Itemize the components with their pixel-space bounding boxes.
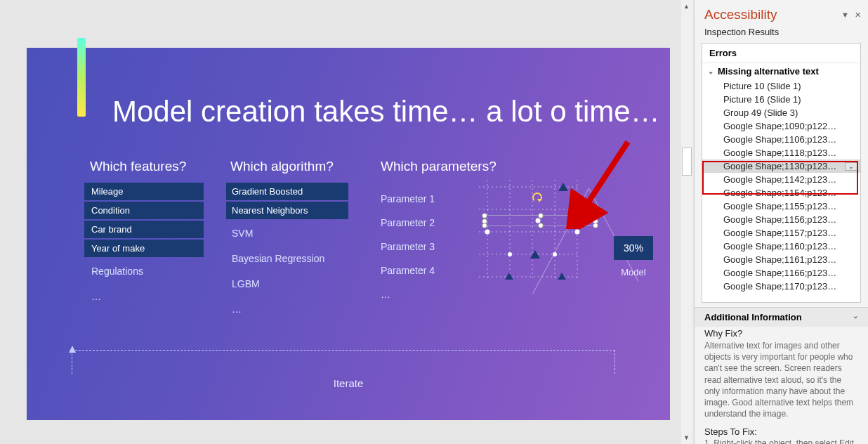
error-item-label: Google Shape;1166;p123…: [723, 268, 836, 278]
why-fix-label: Why Fix?: [695, 327, 868, 340]
scroll-down-icon[interactable]: ▼: [680, 431, 692, 444]
resize-handle[interactable]: [593, 213, 598, 218]
error-item-label: Google Shape;1118;p123…: [723, 148, 836, 158]
svg-marker-12: [504, 273, 514, 280]
algorithm-item[interactable]: Gradient Boosted: [226, 183, 348, 200]
model-percent: 30%: [624, 242, 643, 254]
scroll-thumb[interactable]: [682, 148, 692, 176]
slide-title[interactable]: Model creation takes time… a lot o time…: [112, 95, 660, 129]
error-item[interactable]: Google Shape;1170;p123…: [702, 280, 860, 293]
svg-point-17: [508, 252, 512, 256]
selection-box[interactable]: [484, 215, 596, 226]
error-item-selected[interactable]: Google Shape;1130;p123… ⌄: [702, 159, 860, 173]
algorithm-item[interactable]: Bayesian Regression: [226, 246, 348, 271]
error-item[interactable]: Google Shape;1161;p123…: [702, 253, 860, 266]
iterate-bracket: [72, 350, 615, 374]
feature-item[interactable]: Mileage: [84, 183, 204, 200]
feature-item[interactable]: Condition: [84, 202, 204, 219]
algorithm-item[interactable]: Nearest Neighbors: [226, 202, 348, 219]
error-item[interactable]: Google Shape;1106;p123…: [702, 133, 860, 146]
error-item-label: Group 49 (Slide 3): [723, 107, 798, 118]
chevron-down-icon: ⌄: [708, 67, 718, 75]
error-category-label: Missing alternative text: [718, 66, 819, 77]
error-item-label: Picture 16 (Slide 1): [723, 94, 801, 105]
model-percent-box[interactable]: 30%: [614, 236, 653, 260]
errors-heading: Errors: [702, 44, 860, 63]
scroll-up-icon[interactable]: ▲: [680, 0, 692, 13]
error-item[interactable]: Google Shape;1155;p123…: [702, 200, 860, 213]
svg-line-19: [577, 142, 628, 219]
additional-info-label: Additional Information: [704, 312, 802, 322]
error-item[interactable]: Google Shape;1157;p123…: [702, 226, 860, 240]
feature-list: Mileage Condition Car brand Year of make…: [84, 183, 204, 309]
chevron-down-icon: ⌄: [853, 312, 858, 322]
feature-item[interactable]: Regulations: [84, 259, 204, 284]
resize-handle[interactable]: [538, 213, 544, 218]
error-item[interactable]: Picture 10 (Slide 1): [702, 79, 860, 93]
heading-parameters[interactable]: Which parameters?: [381, 159, 497, 174]
svg-marker-13: [557, 273, 567, 280]
pane-menu-icon[interactable]: ▼: [841, 11, 849, 19]
slide-editor: Model creation takes time… a lot o time……: [0, 0, 694, 444]
feature-item[interactable]: …: [84, 284, 204, 309]
rotate-handle[interactable]: [532, 192, 542, 202]
parameter-item[interactable]: Parameter 1: [381, 187, 472, 211]
error-item-label: Google Shape;1155;p123…: [723, 201, 836, 211]
error-item-label: Google Shape;1170;p123…: [723, 281, 836, 292]
error-item-label: Google Shape;1156;p123…: [723, 214, 836, 225]
why-fix-body: Alternative text for images and other ob…: [695, 340, 868, 424]
error-item-label: Google Shape;1160;p123…: [723, 241, 836, 252]
parameter-item[interactable]: Parameter 3: [381, 235, 472, 259]
svg-point-16: [575, 230, 580, 235]
parameter-item[interactable]: Parameter 4: [381, 259, 472, 282]
error-item[interactable]: Group 49 (Slide 3): [702, 106, 860, 119]
resize-handle[interactable]: [593, 223, 598, 228]
error-item[interactable]: Google Shape;1156;p123…: [702, 213, 860, 226]
parameter-list: Parameter 1 Parameter 2 Parameter 3 Para…: [381, 187, 472, 306]
resize-handle[interactable]: [482, 213, 487, 218]
error-item[interactable]: Google Shape;1154;p123…: [702, 186, 860, 200]
heading-algorithm[interactable]: Which algorithm?: [230, 159, 334, 174]
error-item[interactable]: Google Shape;1090;p122…: [702, 119, 860, 133]
error-item-label: Google Shape;1090;p122…: [723, 121, 836, 131]
error-item[interactable]: Google Shape;1160;p123…: [702, 240, 860, 253]
algorithm-item[interactable]: SVM: [226, 221, 348, 246]
grid-svg: [479, 180, 580, 280]
error-item-label: Picture 10 (Slide 1): [723, 81, 801, 91]
error-item[interactable]: Google Shape;1166;p123…: [702, 266, 860, 280]
resize-handle[interactable]: [482, 223, 487, 228]
pane-header: Accessibility ▼ ✕: [695, 0, 868, 25]
steps-to-fix-label: Steps To Fix:: [695, 424, 868, 438]
parameter-item[interactable]: Parameter 2: [381, 211, 472, 235]
steps-to-fix-item: 1. Right-click the object, then select E…: [695, 438, 868, 444]
pane-title: Accessibility: [704, 7, 836, 22]
heading-features[interactable]: Which features?: [90, 159, 186, 174]
parameter-item[interactable]: …: [381, 282, 472, 306]
parameter-grid[interactable]: [479, 180, 580, 280]
error-category[interactable]: ⌄ Missing alternative text: [702, 63, 860, 79]
slide-scrollbar[interactable]: ▲ ▼: [680, 0, 692, 444]
feature-item[interactable]: Car brand: [84, 221, 204, 238]
algorithm-item[interactable]: LGBM: [226, 271, 348, 296]
algorithm-item[interactable]: …: [226, 296, 348, 322]
iterate-label: Iterate: [27, 377, 670, 389]
slide-canvas[interactable]: Model creation takes time… a lot o time……: [27, 48, 670, 420]
item-dropdown-icon[interactable]: ⌄: [845, 162, 857, 171]
resize-handle[interactable]: [538, 223, 544, 228]
error-item[interactable]: Google Shape;1118;p123…: [702, 146, 860, 159]
close-icon[interactable]: ✕: [855, 11, 861, 20]
error-item[interactable]: Google Shape;1142;p123…: [702, 173, 860, 186]
error-item-label: Google Shape;1106;p123…: [723, 134, 836, 145]
error-item-label: Google Shape;1130;p123…: [723, 161, 836, 171]
algorithm-list: Gradient Boosted Nearest Neighbors SVM B…: [226, 183, 348, 322]
feature-item[interactable]: Year of make: [84, 240, 204, 257]
error-item[interactable]: Picture 16 (Slide 1): [702, 93, 860, 106]
inspection-results-label: Inspection Results: [695, 25, 868, 41]
accessibility-pane: Accessibility ▼ ✕ Inspection Results Err…: [694, 0, 868, 444]
accent-bar: [77, 38, 86, 117]
svg-point-14: [485, 230, 490, 235]
error-item-label: Google Shape;1142;p123…: [723, 174, 836, 185]
error-item-label: Google Shape;1161;p123…: [723, 254, 836, 265]
iterate-arrowhead-icon: [69, 346, 76, 353]
additional-info-header[interactable]: Additional Information ⌄: [695, 307, 868, 327]
